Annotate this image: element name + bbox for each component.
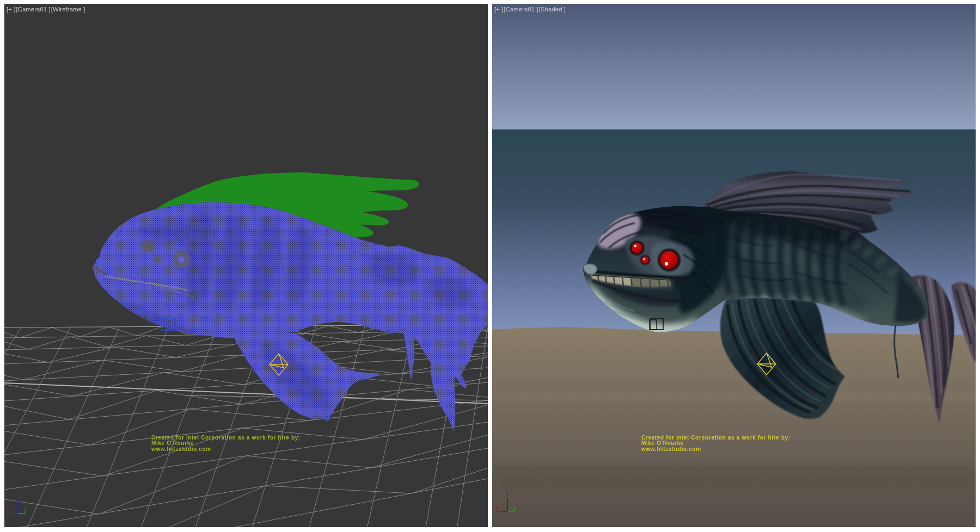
svg-text:www.fritzstudio.com: www.fritzstudio.com: [151, 446, 211, 452]
svg-text:y: y: [513, 505, 516, 511]
svg-text:www.fritzstudio.com: www.fritzstudio.com: [641, 446, 701, 452]
svg-text:[+ ] [Camera01 ] [Shaded ]: [+ ] [Camera01 ] [Shaded ]: [494, 6, 566, 13]
svg-text:Mike O'Rourke: Mike O'Rourke: [641, 440, 684, 446]
svg-text:z: z: [506, 491, 509, 497]
svg-text:Mike O'Rourke: Mike O'Rourke: [151, 440, 194, 446]
svg-text:z: z: [16, 493, 19, 499]
svg-text:[+ ] [Camera01 ] [Wireframe ]: [+ ] [Camera01 ] [Wireframe ]: [7, 6, 85, 13]
svg-text:x: x: [7, 507, 9, 513]
svg-text:y: y: [24, 507, 27, 513]
svg-text:x: x: [496, 505, 499, 511]
